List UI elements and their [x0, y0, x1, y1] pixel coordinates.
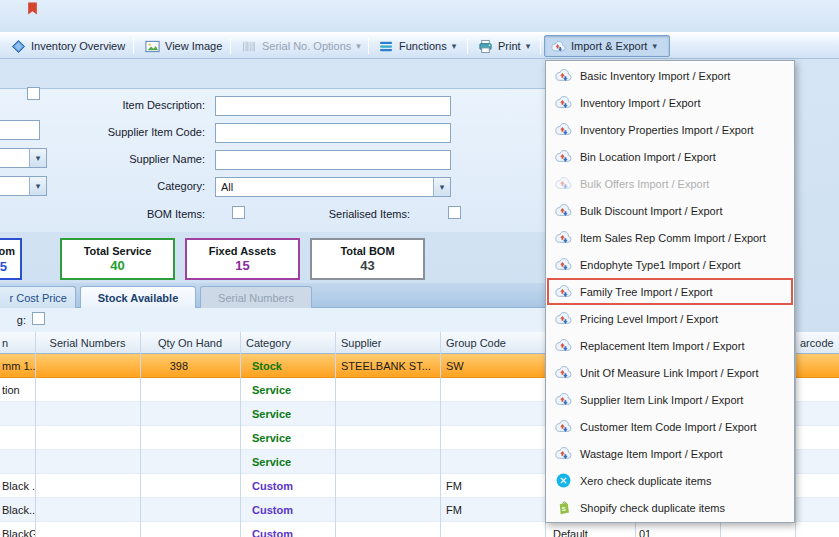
- cloud-import-export-icon: [555, 95, 572, 110]
- menu-item-pricing-level-import-export[interactable]: Pricing Level Import / Export: [547, 305, 793, 332]
- tab-cost-price-label: r Cost Price: [10, 292, 67, 304]
- menu-item-wastage-item-import-export[interactable]: Wastage Item Import / Export: [547, 440, 793, 467]
- item-description-input[interactable]: [215, 96, 451, 116]
- menu-item-label: Xero check duplicate items: [580, 475, 711, 487]
- grid-line: [35, 332, 36, 537]
- cell-category: Custom: [240, 522, 335, 537]
- cell-description: BlackG...: [0, 522, 35, 537]
- menu-item-label: Unit Of Measure Link Import / Export: [580, 367, 759, 379]
- menu-item-supplier-item-link-import-export[interactable]: Supplier Item Link Import / Export: [547, 386, 793, 413]
- stat-card-total-bom-label: Total BOM: [340, 245, 394, 257]
- menu-item-label: Shopify check duplicate items: [580, 502, 725, 514]
- menu-item-label: Inventory Import / Export: [580, 97, 700, 109]
- supplier-name-input[interactable]: [215, 150, 451, 170]
- stat-card-custom-value: 5: [0, 259, 7, 274]
- chevron-down-icon: ▾: [433, 178, 450, 196]
- functions-label: Functions: [399, 40, 447, 52]
- grouping-label: g:: [0, 314, 26, 326]
- menu-item-label: Bulk Offers Import / Export: [580, 178, 709, 190]
- menu-item-label: Bin Location Import / Export: [580, 151, 716, 163]
- tab-cost-price[interactable]: r Cost Price: [0, 286, 76, 308]
- menu-item-shopify-check-duplicate-items[interactable]: Shopify check duplicate items: [547, 494, 793, 521]
- header-category[interactable]: Category: [240, 332, 335, 354]
- header-description[interactable]: n: [0, 332, 35, 354]
- cell-qty: 398: [140, 354, 240, 377]
- grouping-checkbox[interactable]: [32, 312, 45, 325]
- shopify-icon: [555, 500, 572, 515]
- grid-line: [795, 332, 796, 537]
- stat-card-fixed-assets-value: 15: [235, 258, 249, 273]
- bom-items-checkbox[interactable]: [232, 206, 245, 219]
- left-cut-select-1[interactable]: ▾: [0, 148, 47, 168]
- menu-item-endophyte-type1-import-export[interactable]: Endophyte Type1 Import / Export: [547, 251, 793, 278]
- cloud-import-export-icon: [551, 39, 566, 54]
- import-export-button[interactable]: Import & Export ▾: [544, 35, 670, 57]
- menu-item-bin-location-import-export[interactable]: Bin Location Import / Export: [547, 143, 793, 170]
- item-description-label: Item Description:: [85, 99, 205, 111]
- header-group-code[interactable]: Group Code: [440, 332, 545, 354]
- header-supplier[interactable]: Supplier: [335, 332, 440, 354]
- import-export-menu: Basic Inventory Import / Export Inventor…: [545, 60, 795, 523]
- tab-serial-numbers[interactable]: Serial Numbers: [200, 286, 312, 308]
- tab-stock-available[interactable]: Stock Available: [80, 286, 196, 308]
- menu-item-replacement-item-import-export[interactable]: Replacement Item Import / Export: [547, 332, 793, 359]
- cell-bin-location: Default: [545, 522, 635, 537]
- view-image-button[interactable]: View Image: [138, 35, 226, 57]
- table-row[interactable]: BlackG... Custom Default 01: [0, 522, 839, 537]
- supplier-item-code-label: Supplier Item Code:: [85, 126, 205, 138]
- category-select[interactable]: All ▾: [215, 177, 451, 197]
- menu-item-inventory-properties-import-export[interactable]: Inventory Properties Import / Export: [547, 116, 793, 143]
- grid-line: [140, 332, 141, 537]
- functions-button[interactable]: Functions ▾: [372, 35, 464, 57]
- header-barcode[interactable]: arcode: [795, 332, 839, 354]
- print-label: Print: [498, 40, 521, 52]
- title-strip: [0, 0, 839, 32]
- header-qty-on-hand[interactable]: Qty On Hand: [140, 332, 240, 354]
- header-serial-numbers[interactable]: Serial Numbers: [35, 332, 140, 354]
- image-icon: [145, 39, 160, 54]
- stat-card-custom: ustom 5: [0, 238, 22, 280]
- cloud-import-export-icon: [555, 176, 572, 191]
- menu-item-bulk-discount-import-export[interactable]: Bulk Discount Import / Export: [547, 197, 793, 224]
- cloud-import-export-icon: [555, 311, 572, 326]
- cloud-import-export-icon: [555, 203, 572, 218]
- cell-category: Custom: [240, 498, 335, 521]
- left-filter-checkbox[interactable]: [27, 87, 40, 100]
- toolbar: Inventory Overview View Image Serial No.…: [0, 32, 839, 59]
- left-cut-select-2[interactable]: ▾: [0, 176, 47, 196]
- cloud-import-export-icon: [555, 68, 572, 83]
- serial-no-options-button[interactable]: Serial No. Options ▾: [235, 35, 365, 57]
- xero-icon: [555, 473, 572, 488]
- menu-item-basic-inventory-import-export[interactable]: Basic Inventory Import / Export: [547, 62, 793, 89]
- cell-category: Service: [240, 378, 335, 401]
- menu-item-label: Wastage Item Import / Export: [580, 448, 723, 460]
- inventory-overview-button[interactable]: Inventory Overview: [4, 35, 130, 57]
- chevron-down-icon: ▾: [452, 41, 457, 51]
- left-cut-input[interactable]: [0, 120, 40, 140]
- tab-serial-numbers-label: Serial Numbers: [218, 292, 294, 304]
- menu-item-family-tree-import-export[interactable]: Family Tree Import / Export: [547, 278, 793, 305]
- menu-item-label: Pricing Level Import / Export: [580, 313, 718, 325]
- serialised-items-checkbox[interactable]: [448, 206, 461, 219]
- serialised-items-label: Serialised Items:: [280, 208, 410, 220]
- cell-description: Black...: [0, 498, 35, 521]
- menu-item-item-sales-rep-comm-import-export[interactable]: Item Sales Rep Comm Import / Export: [547, 224, 793, 251]
- cell-description: Black ...: [0, 474, 35, 497]
- view-image-label: View Image: [165, 40, 222, 52]
- print-button[interactable]: Print ▾: [471, 35, 537, 57]
- cell-category: Service: [240, 450, 335, 473]
- cloud-import-export-icon: [555, 284, 572, 299]
- grid-line: [440, 332, 441, 537]
- menu-item-inventory-import-export[interactable]: Inventory Import / Export: [547, 89, 793, 116]
- menu-item-label: Family Tree Import / Export: [580, 286, 713, 298]
- menu-item-xero-check-duplicate-items[interactable]: Xero check duplicate items: [547, 467, 793, 494]
- cell-category: Service: [240, 402, 335, 425]
- toolbar-separator: [133, 38, 134, 54]
- cloud-import-export-icon: [555, 149, 572, 164]
- menu-item-customer-item-code-import-export[interactable]: Customer Item Code Import / Export: [547, 413, 793, 440]
- cell-supplier: STEELBANK ST...: [335, 354, 440, 377]
- menu-item-bulk-offers-import-export[interactable]: Bulk Offers Import / Export: [547, 170, 793, 197]
- supplier-item-code-input[interactable]: [215, 123, 451, 143]
- menu-item-unit-of-measure-link-import-export[interactable]: Unit Of Measure Link Import / Export: [547, 359, 793, 386]
- stat-card-custom-label: ustom: [0, 245, 15, 257]
